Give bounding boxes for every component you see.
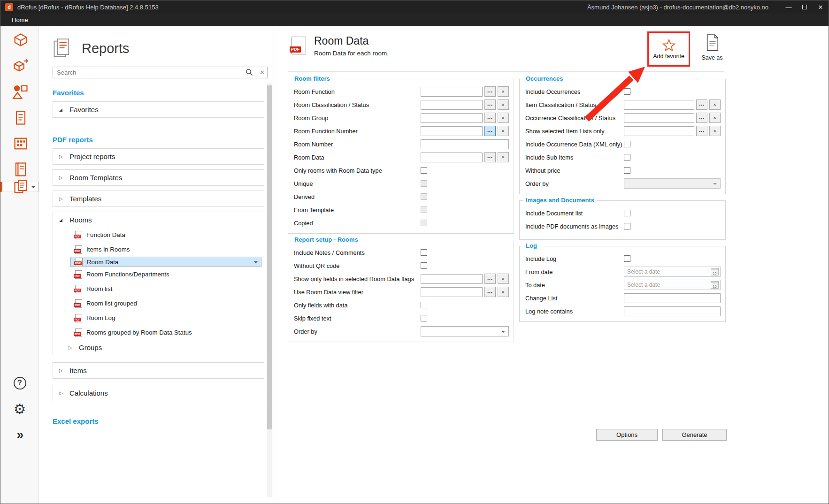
room-function-number-input[interactable] bbox=[421, 126, 483, 136]
group-header-calculations[interactable]: ▷ Calculations bbox=[53, 385, 264, 401]
item-classification-clear-button[interactable]: ✕ bbox=[709, 99, 721, 110]
report-item-room-functions-departments[interactable]: PDF Room Functions/Departments bbox=[70, 267, 261, 282]
room-classification-input[interactable] bbox=[421, 100, 483, 110]
room-function-number-clear-button[interactable]: ✕ bbox=[498, 126, 509, 136]
generate-button[interactable]: Generate bbox=[662, 429, 727, 441]
room-data-flags-browse-button[interactable]: ••• bbox=[484, 274, 496, 284]
maximize-button[interactable] bbox=[797, 0, 813, 14]
occ-row-order-by: Order by bbox=[524, 177, 721, 190]
without-price-checkbox[interactable] bbox=[624, 167, 630, 174]
include-occurrence-data-checkbox[interactable] bbox=[624, 141, 630, 147]
report-item-room-log[interactable]: PDF Room Log bbox=[70, 311, 261, 325]
without-qr-checkbox[interactable] bbox=[421, 262, 427, 269]
room-function-number-browse-button[interactable]: ••• bbox=[484, 126, 496, 136]
sidebar-item-building[interactable] bbox=[0, 131, 39, 156]
view-filter-input[interactable] bbox=[421, 287, 483, 297]
include-pdf-as-images-checkbox[interactable] bbox=[624, 223, 630, 229]
setup-order-by-select[interactable] bbox=[421, 326, 509, 336]
setup-row-view-filter: Use Room Data view filter •••✕ bbox=[292, 285, 509, 298]
tab-home[interactable]: Home bbox=[0, 14, 39, 26]
group-header-favorites[interactable]: ◢ Favorites bbox=[53, 102, 264, 117]
item-lists-input[interactable] bbox=[624, 126, 694, 136]
search-input[interactable] bbox=[53, 67, 268, 78]
report-item-room-list[interactable]: PDF Room list bbox=[70, 282, 261, 296]
report-item-label: Room Functions/Departments bbox=[86, 271, 169, 278]
room-equipment-icon bbox=[12, 57, 29, 74]
group-header-groups[interactable]: ▷ Groups bbox=[53, 340, 264, 355]
field-label: From date bbox=[525, 268, 624, 275]
room-data-input[interactable] bbox=[421, 153, 483, 162]
pdf-file-icon: PDF bbox=[75, 328, 82, 337]
room-group-input[interactable] bbox=[421, 113, 483, 123]
expand-sidebar-button[interactable]: » bbox=[0, 423, 39, 446]
occurrences-order-by-select bbox=[624, 178, 721, 189]
panel-scrollbar[interactable] bbox=[267, 83, 272, 497]
sidebar-item-documents[interactable] bbox=[0, 105, 39, 130]
scrollbar-thumb[interactable] bbox=[267, 85, 272, 429]
include-log-checkbox[interactable] bbox=[624, 255, 630, 262]
room-data-browse-button[interactable]: ••• bbox=[484, 152, 496, 162]
include-occurrences-checkbox[interactable] bbox=[624, 88, 630, 95]
include-sub-items-checkbox[interactable] bbox=[624, 154, 630, 160]
room-classification-browse-button[interactable]: ••• bbox=[484, 99, 496, 110]
sidebar-item-room-equipment[interactable] bbox=[0, 53, 39, 78]
group-header-project-reports[interactable]: ▷ Project reports bbox=[53, 149, 264, 164]
view-filter-clear-button[interactable]: ✕ bbox=[498, 287, 509, 297]
minimize-button[interactable]: — bbox=[781, 0, 797, 14]
search-icon[interactable] bbox=[246, 69, 253, 76]
group-header-room-templates[interactable]: ▷ Room Templates bbox=[53, 170, 264, 185]
settings-button[interactable]: ⚙ bbox=[0, 397, 39, 420]
occurrence-classification-clear-button[interactable]: ✕ bbox=[709, 113, 721, 123]
view-filter-browse-button[interactable]: ••• bbox=[484, 287, 496, 297]
save-as-button[interactable]: Save as bbox=[697, 34, 728, 61]
only-fields-with-data-checkbox[interactable] bbox=[421, 302, 427, 308]
group-header-rooms[interactable]: ◢ Rooms bbox=[53, 212, 264, 228]
pdf-file-icon: PDF bbox=[76, 258, 83, 266]
room-group-browse-button[interactable]: ••• bbox=[484, 113, 496, 123]
group-header-templates[interactable]: ▷ Templates bbox=[53, 191, 264, 206]
include-document-list-checkbox[interactable] bbox=[624, 210, 630, 216]
report-item-items-in-rooms[interactable]: PDF Items in Rooms bbox=[70, 242, 261, 257]
options-button[interactable]: Options bbox=[596, 429, 658, 441]
sidebar-item-reports[interactable] bbox=[0, 182, 39, 192]
item-classification-input[interactable] bbox=[624, 100, 694, 110]
report-item-rooms-grouped-by-status[interactable]: PDF Rooms grouped by Room Data Status bbox=[70, 325, 261, 340]
close-button[interactable]: ✕ bbox=[813, 0, 829, 14]
expander-collapsed-icon: ▷ bbox=[59, 368, 65, 373]
log-note-input[interactable] bbox=[624, 306, 721, 316]
room-number-input[interactable] bbox=[421, 139, 509, 149]
occurrence-classification-input[interactable] bbox=[624, 113, 694, 123]
change-list-input[interactable] bbox=[624, 293, 721, 303]
date-placeholder: Select a date bbox=[627, 268, 711, 275]
sidebar-item-rooms[interactable] bbox=[0, 27, 39, 53]
group-label: Project reports bbox=[69, 153, 115, 160]
item-lists-clear-button[interactable]: ✕ bbox=[709, 126, 721, 136]
report-item-room-list-grouped[interactable]: PDF Room list grouped bbox=[70, 296, 261, 311]
report-item-function-data[interactable]: PDF Function Data bbox=[70, 228, 261, 242]
only-room-data-type-checkbox[interactable] bbox=[421, 167, 427, 174]
room-function-input[interactable] bbox=[421, 87, 483, 97]
include-notes-checkbox[interactable] bbox=[421, 249, 427, 256]
clear-search-icon[interactable]: ✕ bbox=[260, 69, 265, 76]
room-data-flags-input[interactable] bbox=[421, 274, 483, 284]
heading-favorites: Favorites bbox=[53, 89, 274, 97]
room-function-clear-button[interactable]: ✕ bbox=[498, 86, 509, 97]
report-item-room-data[interactable]: PDF Room Data bbox=[70, 257, 261, 267]
help-button[interactable]: ? bbox=[0, 371, 39, 395]
add-favorite-button[interactable]: Add favorite bbox=[647, 31, 690, 67]
item-lists-browse-button[interactable]: ••• bbox=[696, 126, 707, 136]
skip-fixed-text-checkbox[interactable] bbox=[421, 315, 427, 321]
room-function-browse-button[interactable]: ••• bbox=[484, 86, 496, 97]
room-classification-clear-button[interactable]: ✕ bbox=[498, 99, 509, 110]
group-label: Templates bbox=[69, 195, 101, 203]
pdf-badge: PDF bbox=[74, 249, 81, 253]
room-group-clear-button[interactable]: ✕ bbox=[498, 113, 509, 123]
room-data-clear-button[interactable]: ✕ bbox=[498, 152, 509, 162]
setup-row-only-fields-with-data: Only fields with data bbox=[292, 298, 509, 312]
item-classification-browse-button[interactable]: ••• bbox=[696, 99, 707, 110]
group-header-items[interactable]: ▷ Items bbox=[53, 363, 264, 378]
room-data-flags-clear-button[interactable]: ✕ bbox=[498, 274, 509, 284]
field-label: Include Occurrence Data (XML only) bbox=[525, 141, 624, 148]
occurrence-classification-browse-button[interactable]: ••• bbox=[696, 113, 707, 123]
sidebar-item-items[interactable] bbox=[0, 79, 39, 104]
